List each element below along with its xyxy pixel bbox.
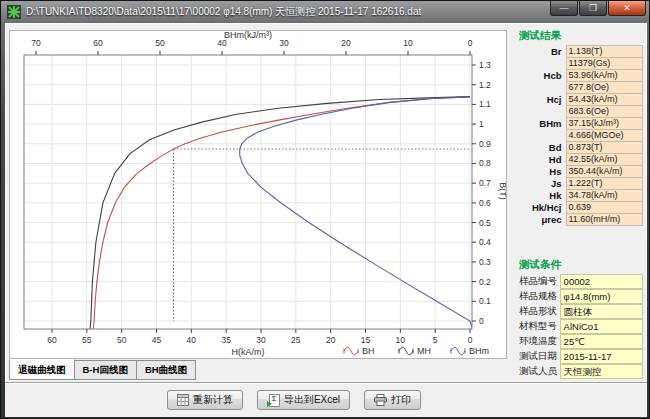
bh-curve [93,97,470,330]
result-row: Hs350.44(kA/m) [519,166,643,177]
result-row: Hk34.78(kA/m) [519,190,643,201]
svg-text:0: 0 [468,38,473,48]
chart-grid [24,55,472,329]
svg-text:0.9: 0.9 [479,139,491,149]
svg-text:50: 50 [155,38,165,48]
tab-bh-curve[interactable]: BH曲线图 [137,360,196,380]
result-label: Hcj [519,94,566,105]
result-label: Hs [519,166,566,177]
bhm-legend-swatch [451,347,465,355]
condition-label: 环境温度 [519,335,560,348]
result-value: 11.60(mH/m) [566,213,643,226]
result-label: Js [519,178,566,189]
svg-text:70: 70 [31,38,41,48]
bottom-bar: 重新计算 Σ 导出到EXcel [5,382,647,417]
svg-text:5: 5 [433,335,438,345]
export-excel-label: 导出到EXcel [284,393,340,407]
svg-text:60: 60 [93,38,103,48]
svg-text:BHm(kJ/m³): BHm(kJ/m³) [224,31,272,40]
svg-text:B(T): B(T) [498,182,506,200]
result-row: BHm37.15(kJ/m³) [519,118,643,129]
sample-number-field[interactable]: 00002 [560,274,643,289]
sample-shape-field[interactable]: 圆柱体 [560,304,643,319]
result-row: Hcb53.96(kA/m) [519,70,643,81]
result-row: 677.8(Oe) [519,82,643,93]
result-label: μrec [519,214,566,225]
tab-bh-loop[interactable]: B-H回线图 [75,360,137,380]
minimize-button[interactable]: — [550,1,578,16]
condition-row: 样品编号00002 [519,275,643,288]
result-row: Js1.222(T) [519,178,643,189]
maximize-button[interactable]: ❐ [579,1,607,16]
svg-text:0.5: 0.5 [479,218,491,228]
result-label: Hd [519,154,566,165]
result-label: Hcb [519,70,566,81]
plot-border [24,55,472,329]
svg-text:0.4: 0.4 [479,237,491,247]
tab-strip: 退磁曲线图 B-H回线图 BH曲线图 [9,360,196,380]
svg-text:0: 0 [468,335,473,345]
condition-label: 样品编号 [519,275,560,288]
material-type-field[interactable]: AlNiCo1 [560,319,643,334]
results-list: Br1.138(T) 11379(Gs) Hcb53.96(kA/m) 677.… [519,46,643,225]
calculator-icon [177,394,189,406]
conditions-list: 样品编号00002 样品规格φ14.8(mm) 样品形状圆柱体 材料型号AlNi… [519,275,643,378]
printer-icon [374,394,387,406]
condition-row: 测试人员天恒测控 [519,365,643,378]
svg-text:1.1: 1.1 [479,99,491,109]
sample-spec-field[interactable]: φ14.8(mm) [560,289,643,304]
result-row: μrec11.60(mH/m) [519,214,643,225]
result-row: Br1.138(T) [519,46,643,57]
result-label: Bd [519,142,566,153]
recalculate-button[interactable]: 重新计算 [167,390,243,410]
bhm-curve [240,97,473,329]
result-row: 683.6(Oe) [519,106,643,117]
svg-text:0.2: 0.2 [479,277,491,287]
svg-text:40: 40 [187,335,197,345]
test-date-field[interactable]: 2015-11-17 [560,349,643,364]
recalculate-label: 重新计算 [193,393,233,407]
condition-label: 样品形状 [519,305,560,318]
svg-text:35: 35 [221,335,231,345]
tab-demag-curve[interactable]: 退磁曲线图 [9,359,75,380]
result-row: 11379(Gs) [519,58,643,69]
condition-row: 环境温度25℃ [519,335,643,348]
window-title: D:\TUNKIA\TD8320\Data\2015\11\17\00002 φ… [26,5,421,19]
conditions-header: 测试条件 [519,258,643,272]
client-area: 706050403020100BHm(kJ/m³)605550454035302… [5,23,647,416]
close-button[interactable]: ✕ [608,1,646,16]
tester-field[interactable]: 天恒测控 [560,364,643,379]
result-label: Hk [519,190,566,201]
result-row: 4.666(MGOe) [519,130,643,141]
result-label: BHm [519,118,566,129]
results-header: 测试结果 [519,29,643,43]
result-row: Hk/Hcj0.639 [519,202,643,213]
svg-text:20: 20 [341,38,351,48]
print-button[interactable]: 打印 [364,390,421,410]
condition-label: 测试日期 [519,350,560,363]
svg-text:30: 30 [256,335,266,345]
right-panel: 测试结果 Br1.138(T) 11379(Gs) Hcb53.96(kA/m)… [513,29,643,385]
svg-text:30: 30 [279,38,289,48]
app-icon [7,5,21,19]
svg-text:0.8: 0.8 [479,158,491,168]
excel-icon: Σ [267,394,280,407]
svg-text:50: 50 [117,335,127,345]
svg-text:H(kA/m): H(kA/m) [232,347,265,357]
svg-text:10: 10 [403,38,413,48]
bhm-legend-label: BHm [469,346,489,356]
bh-legend-swatch [344,347,358,355]
condition-label: 测试人员 [519,365,560,378]
result-row: Hd42.55(kA/m) [519,154,643,165]
mh-legend-label: MH [417,346,431,356]
svg-text:1: 1 [479,119,484,129]
bh-legend-label: BH [362,346,375,356]
svg-text:0: 0 [479,316,484,326]
svg-text:1.3: 1.3 [479,60,491,70]
export-excel-button[interactable]: Σ 导出到EXcel [257,390,350,410]
condition-label: 样品规格 [519,290,560,303]
demag-chart: 706050403020100BHm(kJ/m³)605550454035302… [10,31,506,358]
svg-text:45: 45 [152,335,162,345]
ambient-temp-field[interactable]: 25℃ [560,334,643,349]
demag-chart-panel: 706050403020100BHm(kJ/m³)605550454035302… [9,30,507,359]
